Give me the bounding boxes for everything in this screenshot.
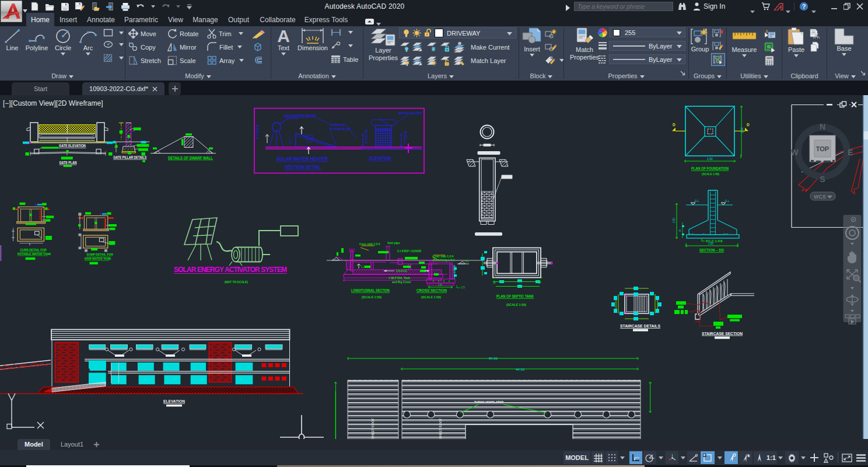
paste-caret[interactable] <box>794 54 799 57</box>
fillet-caret[interactable] <box>237 46 242 48</box>
layer-bulb-button[interactable] <box>400 55 410 66</box>
create-block-button[interactable] <box>545 29 556 39</box>
autoscale-toggle[interactable] <box>739 451 752 464</box>
layer-combo[interactable]: DRIVEWAY <box>399 27 516 39</box>
plot-button[interactable] <box>120 1 131 12</box>
compass-west[interactable]: W <box>790 148 799 157</box>
match-layer-button[interactable]: Match Layer <box>453 55 506 66</box>
workspace-caret[interactable] <box>799 451 807 464</box>
copy-button[interactable]: Copy <box>128 42 156 52</box>
layer-unlock-button[interactable] <box>440 55 450 66</box>
layout1-tab[interactable]: Layout1 <box>54 439 90 450</box>
hatch-button[interactable] <box>103 54 124 62</box>
tab-output[interactable]: Output <box>223 13 254 26</box>
rectangle-caret[interactable] <box>119 32 124 34</box>
restore-button[interactable] <box>841 1 853 12</box>
customization-plus[interactable] <box>808 451 821 464</box>
id-point-button[interactable] <box>764 42 776 53</box>
help-icon[interactable]: ? <box>799 2 808 13</box>
qat-customize-caret[interactable] <box>186 1 192 12</box>
base-caret[interactable] <box>842 53 846 56</box>
layer-off-button[interactable] <box>400 41 410 52</box>
undo-button[interactable] <box>135 1 146 12</box>
panel-label-properties[interactable]: Properties <box>564 72 688 79</box>
viewport-restore-icon[interactable] <box>840 102 846 107</box>
model-space-button[interactable]: MODEL <box>564 451 590 464</box>
tab-view[interactable]: View <box>163 13 188 26</box>
arc-button[interactable]: Arc <box>78 28 99 55</box>
save-button[interactable] <box>60 1 70 12</box>
measure-button[interactable]: Measure <box>730 31 758 57</box>
tab-manage[interactable]: Manage <box>189 13 222 26</box>
measure-caret[interactable] <box>742 54 747 57</box>
line-button[interactable]: Line <box>2 28 22 51</box>
explode-button[interactable] <box>253 42 263 52</box>
model-tab[interactable]: Model <box>18 439 50 450</box>
annotation-scale-caret[interactable] <box>776 451 784 464</box>
annotation-scale-icon[interactable] <box>754 451 765 464</box>
quick-calculator-button[interactable] <box>765 55 774 66</box>
cut-button[interactable] <box>809 29 820 39</box>
make-current-button[interactable]: Make Current <box>453 41 510 53</box>
compass-north[interactable]: N <box>820 122 825 131</box>
redo-caret[interactable] <box>176 1 181 12</box>
tab-insert[interactable]: Insert <box>55 13 81 26</box>
linetype-combo[interactable]: ByLayer <box>609 54 685 64</box>
polar-toggle[interactable] <box>643 451 656 464</box>
lineweight-combo-caret[interactable] <box>677 45 682 48</box>
erase-button[interactable] <box>252 29 265 39</box>
search-binoculars-icon[interactable] <box>678 2 687 13</box>
circle-caret[interactable] <box>61 53 65 55</box>
arc-caret[interactable] <box>86 53 90 55</box>
leader-button[interactable] <box>331 41 353 50</box>
paste-button[interactable]: Paste <box>786 27 807 57</box>
panel-label-annotation[interactable]: Annotation <box>271 72 363 79</box>
edit-block-button[interactable] <box>545 42 556 52</box>
undo-caret[interactable] <box>150 1 156 12</box>
autodesk-logo-icon[interactable] <box>774 2 783 13</box>
polyline-button[interactable]: Polyline <box>23 28 50 51</box>
workspace-gear[interactable] <box>785 451 799 464</box>
fillet-button[interactable]: Fillet <box>207 42 242 52</box>
tab-home[interactable]: Home <box>26 13 54 26</box>
isolate-objects-button[interactable] <box>822 451 836 464</box>
new-file-button[interactable] <box>29 1 40 12</box>
stretch-button[interactable]: Stretch <box>128 55 161 65</box>
search-go-icon[interactable] <box>565 3 570 13</box>
panel-label-block[interactable]: Block <box>519 72 564 79</box>
table-button[interactable]: Table <box>331 55 358 64</box>
polar-caret[interactable] <box>657 451 664 464</box>
open-file-button[interactable] <box>44 1 55 12</box>
redo-button[interactable] <box>160 1 171 12</box>
tab-collaborate[interactable]: Collaborate <box>256 13 299 26</box>
lineweight-combo[interactable]: ByLayer <box>609 41 685 51</box>
isodraft-caret[interactable] <box>679 451 687 464</box>
insert-button[interactable]: Insert <box>521 27 543 57</box>
save-as-button[interactable] <box>75 1 85 12</box>
canvas-scrollbar[interactable] <box>863 95 868 439</box>
file-tab-start[interactable]: Start <box>12 82 69 95</box>
layer-combo-caret[interactable] <box>507 32 512 36</box>
layer-properties-button[interactable]: Layer Properties <box>366 27 400 61</box>
move-button[interactable]: Move <box>128 29 156 39</box>
rotate-button[interactable]: Rotate <box>167 29 198 39</box>
color-combo[interactable]: 255 <box>609 27 685 37</box>
snap-toggle[interactable] <box>606 451 618 464</box>
search-input[interactable] <box>574 2 673 11</box>
file-tab-close-icon[interactable] <box>152 86 158 92</box>
copy-clip-button[interactable] <box>810 41 820 52</box>
trim-caret[interactable] <box>239 32 243 35</box>
viewport-minimize-icon[interactable] <box>827 104 832 106</box>
close-button[interactable] <box>853 1 866 12</box>
layer-freeze-button[interactable] <box>426 41 437 52</box>
define-attributes-button[interactable] <box>545 55 564 65</box>
new-layout-button[interactable] <box>89 439 104 450</box>
tab-express-tools[interactable]: Express Tools <box>302 13 350 26</box>
app-store-cart-icon[interactable] <box>761 2 770 13</box>
linetype-combo-caret[interactable] <box>677 58 682 62</box>
grid-toggle[interactable] <box>592 451 604 464</box>
osnap-caret[interactable] <box>716 451 723 464</box>
open-from-web-mobile-button[interactable] <box>90 1 100 12</box>
annotation-scale-value[interactable]: 1:1 <box>765 451 777 464</box>
offset-button[interactable] <box>253 55 263 65</box>
